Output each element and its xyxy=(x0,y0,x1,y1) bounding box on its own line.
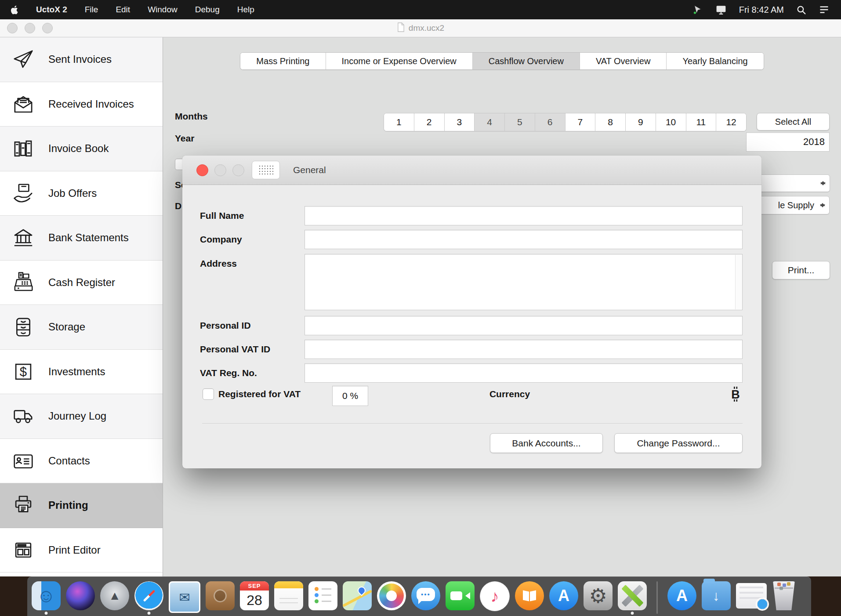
menubar-app-name[interactable]: UctoX 2 xyxy=(36,5,67,14)
photos-icon[interactable] xyxy=(377,581,406,610)
month-button-8[interactable]: 8 xyxy=(595,113,625,131)
safari-icon[interactable] xyxy=(134,581,163,610)
sidebar-item-printing[interactable]: Printing xyxy=(0,483,163,528)
contacts-app-icon[interactable] xyxy=(206,581,235,610)
sidebar-item-journey-log[interactable]: Journey Log xyxy=(0,394,163,439)
system-preferences-icon[interactable]: ⚙ xyxy=(584,581,613,610)
full-name-label: Full Name xyxy=(200,206,244,225)
facetime-icon[interactable] xyxy=(446,581,475,610)
finder-icon[interactable]: ☺ xyxy=(32,581,61,610)
reminders-icon[interactable] xyxy=(308,581,337,610)
sidebar-item-received-invoices[interactable]: Received Invoices xyxy=(0,82,163,127)
dialog-zoom-button[interactable] xyxy=(232,164,244,176)
print-button[interactable]: Print... xyxy=(772,261,830,279)
bitcoin-currency-icon[interactable]: B xyxy=(728,384,743,404)
window-titlebar[interactable]: dmx.ucx2 xyxy=(0,19,841,37)
dialog-titlebar[interactable]: General xyxy=(182,156,761,185)
month-button-3[interactable]: 3 xyxy=(444,113,475,131)
registered-for-vat-checkbox[interactable] xyxy=(203,388,214,400)
app-store-icon[interactable]: A xyxy=(549,581,578,610)
personal-vat-id-input[interactable] xyxy=(304,340,743,359)
search-icon[interactable] xyxy=(796,5,806,15)
month-button-4[interactable]: 4 xyxy=(474,113,504,131)
tab-income-or-expense-overview[interactable]: Income or Expense Overview xyxy=(326,53,472,69)
company-label: Company xyxy=(200,230,242,249)
zoom-window-button[interactable] xyxy=(42,23,53,33)
sidebar-item-sent-invoices[interactable]: Sent Invoices xyxy=(0,37,163,82)
trash-icon[interactable] xyxy=(772,581,796,610)
tab-mass-printing[interactable]: Mass Printing xyxy=(240,53,325,69)
siri-icon[interactable] xyxy=(66,581,95,610)
address-textarea[interactable] xyxy=(304,254,743,310)
downloads-folder-icon[interactable]: ↓ xyxy=(702,581,731,610)
running-indicator-dot xyxy=(148,612,151,615)
sidebar-item-job-offers[interactable]: Job Offers xyxy=(0,171,163,216)
document-icon xyxy=(397,22,405,35)
cash-register-icon xyxy=(11,271,35,294)
general-dialog: General Full Name Company Address Person… xyxy=(182,156,761,468)
menu-debug[interactable]: Debug xyxy=(195,5,220,14)
sidebar-item-invoice-book[interactable]: Invoice Book xyxy=(0,127,163,171)
dialog-toolbar-button[interactable] xyxy=(252,161,280,179)
personal-vat-id-label: Personal VAT ID xyxy=(200,340,270,359)
vat-reg-no-input[interactable] xyxy=(304,363,743,383)
month-button-2[interactable]: 2 xyxy=(414,113,444,131)
sidebar-item-print-editor[interactable]: Print Editor xyxy=(0,528,163,573)
books-icon[interactable] xyxy=(515,581,544,610)
display-status-icon[interactable] xyxy=(715,4,727,15)
menubar-clock[interactable]: Fri 8:42 AM xyxy=(739,5,784,15)
printer-icon xyxy=(11,493,35,517)
sidebar-item-label: Invoice Book xyxy=(48,142,109,155)
messages-icon[interactable]: ••• xyxy=(411,581,440,610)
music-icon[interactable]: ♪ xyxy=(480,581,510,611)
registered-for-vat-label: Registered for VAT xyxy=(218,384,301,404)
minimized-window-icon[interactable] xyxy=(736,583,767,609)
mail-icon[interactable]: ✉ xyxy=(169,581,200,613)
tab-yearly-balancing[interactable]: Yearly Balancing xyxy=(666,53,763,69)
uctox-app-icon[interactable] xyxy=(618,581,647,610)
month-button-12[interactable]: 12 xyxy=(716,113,746,131)
month-button-11[interactable]: 11 xyxy=(686,113,716,131)
month-button-5[interactable]: 5 xyxy=(504,113,535,131)
calendar-icon[interactable]: SEP28 xyxy=(240,581,269,610)
menu-edit[interactable]: Edit xyxy=(116,5,130,14)
app-store-icon-glyph: A xyxy=(558,587,569,605)
app-store-alt-icon[interactable]: A xyxy=(667,581,696,610)
month-button-6[interactable]: 6 xyxy=(535,113,565,131)
year-input[interactable]: 2018 xyxy=(746,132,830,152)
tab-vat-overview[interactable]: VAT Overview xyxy=(580,53,666,69)
pointer-status-icon[interactable] xyxy=(692,4,703,15)
minimize-window-button[interactable] xyxy=(25,23,35,33)
month-button-10[interactable]: 10 xyxy=(656,113,686,131)
tab-cashflow-overview[interactable]: Cashflow Overview xyxy=(472,53,580,69)
full-name-input[interactable] xyxy=(304,206,743,225)
month-button-9[interactable]: 9 xyxy=(625,113,656,131)
month-button-1[interactable]: 1 xyxy=(384,113,414,131)
month-button-7[interactable]: 7 xyxy=(565,113,595,131)
notification-center-icon[interactable] xyxy=(819,5,830,14)
change-password-button[interactable]: Change Password... xyxy=(614,433,743,453)
sidebar-item-bank-statements[interactable]: Bank Statements xyxy=(0,216,163,261)
menu-window[interactable]: Window xyxy=(148,5,178,14)
dialog-close-button[interactable] xyxy=(196,164,208,176)
select-all-button[interactable]: Select All xyxy=(757,113,830,130)
notes-icon[interactable] xyxy=(274,581,303,610)
vat-percent-input[interactable]: 0 % xyxy=(332,386,368,406)
company-input[interactable] xyxy=(304,230,743,249)
sidebar-item-storage[interactable]: Storage xyxy=(0,305,163,350)
menu-help[interactable]: Help xyxy=(237,5,254,14)
launchpad-icon-glyph: ▲ xyxy=(109,589,121,603)
maps-icon[interactable] xyxy=(343,581,372,610)
launchpad-icon[interactable]: ▲ xyxy=(100,581,129,610)
scrollbar[interactable] xyxy=(735,255,742,309)
sidebar-item-contacts[interactable]: Contacts xyxy=(0,439,163,484)
menu-file[interactable]: File xyxy=(85,5,98,14)
dialog-minimize-button[interactable] xyxy=(214,164,226,176)
sidebar: Sent Invoices Received Invoices Invoice … xyxy=(0,37,163,576)
sidebar-item-investments[interactable]: Investments xyxy=(0,350,163,395)
bank-accounts-button[interactable]: Bank Accounts... xyxy=(490,433,603,453)
personal-id-input[interactable] xyxy=(304,316,743,335)
close-window-button[interactable] xyxy=(7,23,18,33)
apple-menu-icon[interactable] xyxy=(11,5,18,14)
sidebar-item-cash-register[interactable]: Cash Register xyxy=(0,261,163,305)
